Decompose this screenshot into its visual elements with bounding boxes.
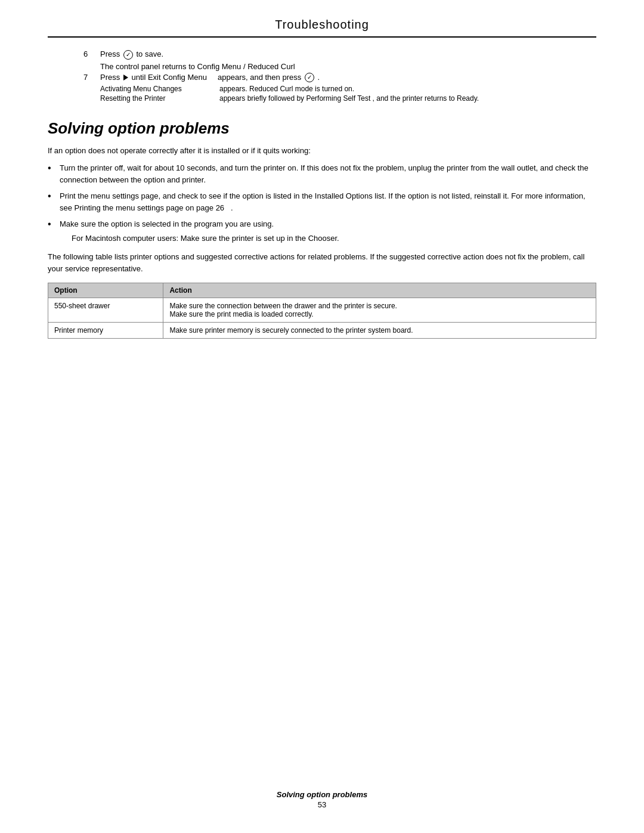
table-row: Printer memory Make sure printer memory … — [48, 323, 596, 339]
activating-desc: appears. Reduced Curl mode is turned on. — [219, 85, 596, 93]
table-header: Option Action — [48, 283, 596, 298]
resetting-line: Resetting the Printer appears briefly fo… — [100, 94, 596, 103]
table-header-row: Option Action — [48, 283, 596, 298]
check-icon-2: ✓ — [305, 73, 314, 82]
following-text: The following table lists printer option… — [48, 251, 596, 274]
list-item: • Print the menu settings page, and chec… — [48, 190, 596, 213]
options-table: Option Action 550-sheet drawer Make sure… — [48, 283, 596, 339]
step-6-line: 6 Press ✓ to save. — [83, 49, 596, 60]
list-item: • Make sure the option is selected in th… — [48, 218, 596, 244]
action-cell-1: Make sure the connection between the dra… — [163, 298, 596, 323]
check-icon: ✓ — [123, 50, 133, 60]
action-text-1a: Make sure the connection between the dra… — [169, 302, 397, 310]
bullet-list: • Turn the printer off, wait for about 1… — [48, 162, 596, 244]
action-cell-2: Make sure printer memory is securely con… — [163, 323, 596, 339]
step-7-line: 7 Press until Exit Config Menu appears, … — [83, 73, 596, 83]
option-cell-2: Printer memory — [48, 323, 163, 339]
intro-text: If an option does not operate correctly … — [48, 146, 596, 155]
col-option: Option — [48, 283, 163, 298]
step-6-number: 6 — [83, 49, 93, 58]
option-cell-1: 550-sheet drawer — [48, 298, 163, 323]
sub-bullet: For Macintosh computer users: Make sure … — [72, 233, 596, 244]
bullet-dot-1: • — [48, 162, 60, 174]
arrow-icon — [123, 75, 128, 80]
col-action: Action — [163, 283, 596, 298]
resetting-label: Resetting the Printer — [100, 94, 219, 103]
section-title: Solving option problems — [48, 119, 596, 138]
step-7-text: Press until Exit Config Menu appears, an… — [100, 73, 596, 83]
bullet-text-3: Make sure the option is selected in the … — [60, 218, 596, 244]
step-6-text: Press ✓ to save. — [100, 49, 596, 60]
page-header: Troubleshooting — [48, 18, 596, 32]
steps-section: 6 Press ✓ to save. The control panel ret… — [83, 49, 596, 103]
action-text-1b: Make sure the print media is loaded corr… — [169, 310, 313, 318]
table-row: 550-sheet drawer Make sure the connectio… — [48, 298, 596, 323]
bullet-dot-3: • — [48, 218, 60, 230]
footer-title: Solving option problems — [0, 790, 644, 799]
page-footer: Solving option problems 53 — [0, 790, 644, 809]
table-body: 550-sheet drawer Make sure the connectio… — [48, 298, 596, 339]
resetting-desc: appears briefly followed by Performing S… — [219, 94, 596, 103]
header-divider — [48, 36, 596, 38]
bullet-text-1: Turn the printer off, wait for about 10 … — [60, 162, 596, 185]
bullet-text-2: Print the menu settings page, and check … — [60, 190, 596, 213]
step-7-number: 7 — [83, 73, 93, 82]
footer-page-number: 53 — [0, 800, 644, 809]
step-6-sub: The control panel returns to Config Menu… — [100, 62, 596, 71]
list-item: • Turn the printer off, wait for about 1… — [48, 162, 596, 185]
page-title: Troubleshooting — [48, 18, 596, 32]
bullet-dot-2: • — [48, 190, 60, 202]
activating-label: Activating Menu Changes — [100, 85, 219, 93]
activating-line: Activating Menu Changes appears. Reduced… — [100, 85, 596, 93]
